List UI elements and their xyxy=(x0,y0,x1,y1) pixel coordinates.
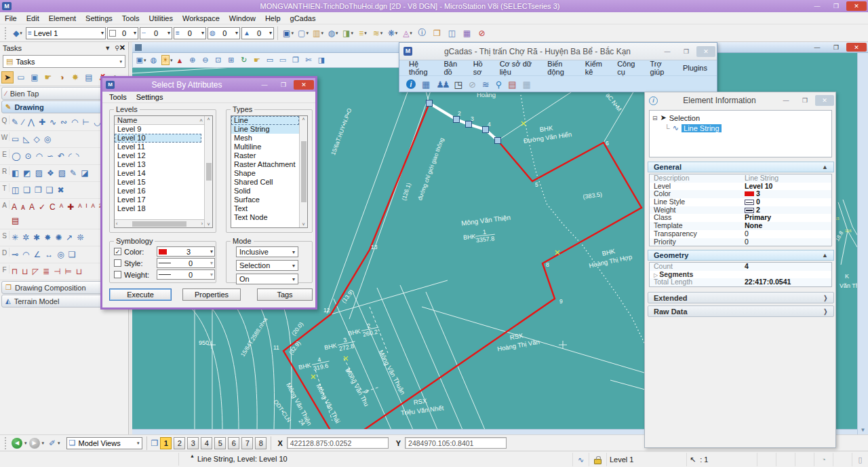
y-coordinate-input[interactable]: 2484970.105:0.8401 xyxy=(405,437,507,449)
general-section-header[interactable]: General▲ xyxy=(648,162,834,172)
gcadas-menu-item[interactable]: Trợ giúp xyxy=(646,60,677,76)
active-weight-combo[interactable]: ≡0▾ xyxy=(174,27,206,39)
style-checkbox[interactable] xyxy=(114,259,121,267)
task-tool-icon[interactable]: ➤ xyxy=(1,71,14,83)
view-toggle-8[interactable]: 8 xyxy=(255,437,267,449)
view-tool-icon[interactable]: ↻ xyxy=(238,54,250,67)
locks-button[interactable] xyxy=(589,453,606,466)
gcadas-menu-item[interactable]: Công cụ xyxy=(613,60,644,76)
task-tool-icon[interactable]: ▭ xyxy=(15,71,27,83)
tree-root-label[interactable]: Selection xyxy=(669,114,700,122)
active-style-combo[interactable]: ┄0▾ xyxy=(140,27,172,39)
toolbar-icon[interactable]: ⊘ xyxy=(475,26,489,40)
gcadas-tool-icon[interactable]: ⚲ xyxy=(496,79,502,90)
task-tool-icon[interactable]: ◑ xyxy=(56,71,68,83)
levels-hscrollbar[interactable]: ‹› xyxy=(115,219,204,227)
level-row[interactable]: Level 17 xyxy=(115,195,212,204)
view-group-icon[interactable]: ❐ xyxy=(151,438,159,448)
type-row[interactable]: Text xyxy=(231,204,307,213)
type-row[interactable]: Surface xyxy=(231,195,307,204)
levels-list[interactable]: Name˄ Level 9 Level 10 Level 11 Level 12… xyxy=(114,115,213,228)
type-row[interactable]: Solid xyxy=(231,187,307,195)
element-info-close-button[interactable]: ✕ xyxy=(815,95,834,106)
view-toggle-3[interactable]: 3 xyxy=(187,437,199,449)
level-row[interactable]: Level 15 xyxy=(115,178,212,187)
gcadas-menu-item[interactable]: Hệ thống xyxy=(405,60,438,76)
x-coordinate-input[interactable]: 422128.875:0.0252 xyxy=(287,437,389,449)
menu-item[interactable]: Element xyxy=(44,14,81,22)
toolbar-icon[interactable]: ≡▾ xyxy=(356,26,370,40)
property-row[interactable]: DescriptionLine String xyxy=(650,174,831,183)
property-row[interactable]: LevelLevel 10 xyxy=(650,183,831,191)
gcadas-tool-icon[interactable]: ♟♟ xyxy=(436,79,448,90)
expand-icon[interactable]: ▷ xyxy=(654,272,658,278)
type-row[interactable]: Multiline xyxy=(231,143,307,151)
types-vscrollbar[interactable]: ˄˅ xyxy=(299,116,307,227)
mode-selection-dropdown[interactable]: Selection▾ xyxy=(236,260,298,271)
dialog-minimize-button[interactable]: — xyxy=(256,80,273,90)
view-toggle-2[interactable]: 2 xyxy=(174,437,185,449)
level-row-selected[interactable]: Level 10 xyxy=(115,134,201,143)
view-tool-icon[interactable]: ☀▾ xyxy=(161,54,173,67)
toolbar-grip[interactable] xyxy=(5,27,7,39)
trash-icon[interactable]: ▯ xyxy=(852,453,868,466)
toolbar-icon[interactable]: ◍▾ xyxy=(326,26,340,40)
gcadas-menu-item[interactable]: Hồ sơ xyxy=(469,60,494,76)
toolbar-icon[interactable]: ❐ xyxy=(431,26,444,40)
gcadas-tool-icon[interactable]: ≋ xyxy=(482,79,490,90)
dialog-titlebar[interactable]: M Select By Attributes — ❐ ✕ xyxy=(102,78,315,92)
scroll-down-icon[interactable]: ▼ xyxy=(861,427,866,433)
type-row-selected[interactable]: Line String xyxy=(231,125,299,134)
view-next-button[interactable]: ▶ xyxy=(29,438,40,449)
gcadas-maximize-button[interactable]: ❐ xyxy=(677,46,695,57)
color-dropdown[interactable]: 3▾ xyxy=(157,246,215,257)
properties-button[interactable]: Properties xyxy=(182,288,241,301)
menu-item[interactable]: Edit xyxy=(22,14,44,22)
element-info-maximize-button[interactable]: ❐ xyxy=(796,95,814,106)
minimize-button[interactable]: — xyxy=(808,1,826,11)
type-row[interactable]: Mesh xyxy=(231,134,307,143)
close-icon[interactable]: ✕ xyxy=(119,43,125,52)
type-row[interactable]: Text Node xyxy=(231,213,307,222)
element-info-titlebar[interactable]: i Element Information — ❐ ✕ xyxy=(645,92,835,109)
type-row[interactable]: Shape xyxy=(231,169,307,178)
type-row-selected[interactable]: Line xyxy=(231,116,299,125)
dialog-maximize-button[interactable]: ❐ xyxy=(275,80,292,90)
priority-combo[interactable]: ▲0▾ xyxy=(241,27,274,39)
levels-name-header[interactable]: Name˄ xyxy=(115,116,212,125)
dialog-menu-tools[interactable]: Tools xyxy=(109,93,127,101)
property-row[interactable]: Transparency0 xyxy=(650,230,831,238)
execute-button[interactable]: Execute xyxy=(109,288,172,301)
view-close-button[interactable]: ✕ xyxy=(846,43,867,52)
transparency-combo[interactable]: ◍0▾ xyxy=(208,27,240,39)
active-level-status[interactable]: Level 1 xyxy=(606,453,686,466)
type-row[interactable]: Raster Attachment xyxy=(231,160,307,169)
property-row[interactable]: Weight2 xyxy=(650,206,831,214)
mode-on-dropdown[interactable]: On▾ xyxy=(236,274,298,284)
view-tool-icon[interactable]: ▣▾ xyxy=(135,54,147,67)
dialog-close-button[interactable]: ✕ xyxy=(294,80,314,90)
toolbar-icon[interactable]: ▥▾ xyxy=(311,26,325,40)
menu-item[interactable]: Tools xyxy=(117,14,144,22)
toolbar-icon[interactable]: ◬▾ xyxy=(401,26,414,40)
gcadas-menu-item[interactable]: Bản đồ xyxy=(439,60,467,76)
menu-item[interactable]: Workspace xyxy=(178,14,224,22)
menu-item[interactable]: Help xyxy=(260,14,285,22)
view-toggle-7[interactable]: 7 xyxy=(241,437,253,449)
property-row[interactable]: Priority0 xyxy=(650,238,831,246)
level-row[interactable]: Level 18 xyxy=(115,204,212,213)
toolbar-icon[interactable]: ◨▾ xyxy=(341,26,355,40)
gcadas-tool-icon[interactable]: ▤ xyxy=(508,79,516,90)
tasks-combo[interactable]: ▤ Tasks ▾ xyxy=(3,55,125,68)
level-row[interactable]: Level 13 xyxy=(115,160,212,169)
view-tool-icon[interactable]: ▭ xyxy=(277,54,289,67)
dialog-menu-settings[interactable]: Settings xyxy=(136,93,163,101)
view-toggle-5[interactable]: 5 xyxy=(214,437,226,449)
pin-icon[interactable]: ⚲ xyxy=(115,45,119,52)
toolbar-icon[interactable]: ❋▾ xyxy=(386,26,399,40)
property-row[interactable]: Line Style0 xyxy=(650,198,831,206)
color-checkbox[interactable]: ✓ xyxy=(114,248,121,255)
gcadas-menu-item[interactable]: Biến động xyxy=(543,60,580,76)
level-row[interactable]: Level 16 xyxy=(115,187,212,195)
menu-item[interactable]: File xyxy=(0,14,22,22)
